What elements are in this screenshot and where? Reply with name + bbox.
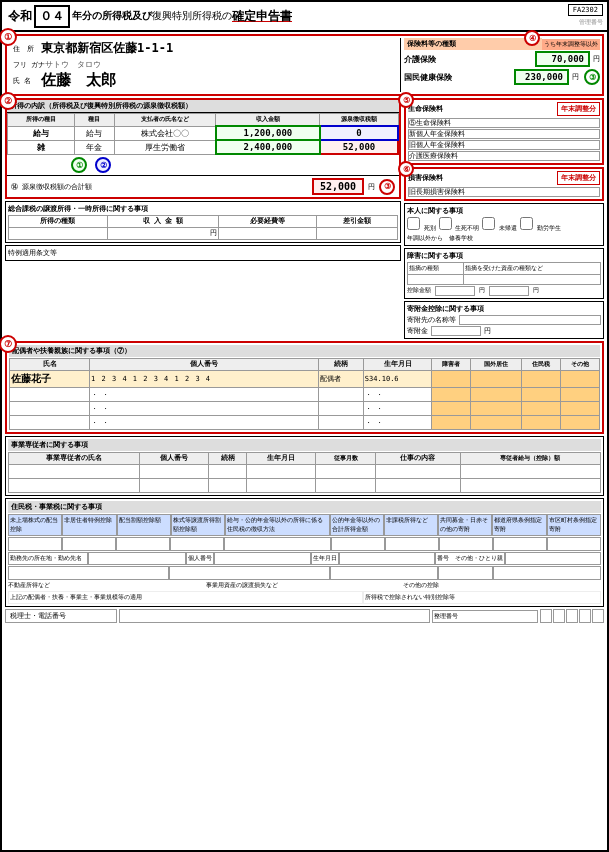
col-tax: 源泉徴収税額 bbox=[320, 114, 398, 127]
hc-data2 bbox=[463, 275, 600, 285]
dep-oth-1 bbox=[560, 371, 599, 388]
jumin-lbl-1: 不動産所得など bbox=[8, 581, 206, 590]
kaigo-amount: 70,000 bbox=[535, 51, 590, 67]
jumin-col5: 給与・公的年金等以外の所得に係る住民税の徴収方法 bbox=[225, 514, 330, 536]
emp-th-rel: 続柄 bbox=[209, 453, 247, 465]
insurance-subtitle: うち年末調整等以外 bbox=[542, 39, 600, 50]
kaigo-unit: 円 bbox=[593, 54, 600, 64]
kifu-unit: 円 bbox=[479, 286, 485, 296]
damage-ins-title: 損害保険料 bbox=[408, 173, 557, 183]
dep-rel-4 bbox=[319, 416, 364, 430]
jumin-row2-col3: 生年月日 bbox=[311, 552, 339, 565]
dep-dis-3 bbox=[432, 402, 471, 416]
top-section: ① 住 所 東京都新宿区佐藤1-1-1 フリ ガナ サトウ タロウ 氏 名 佐藤… bbox=[5, 34, 604, 96]
income-section: ② 所得の内訳（所得税及び復興特別所得税の源泉徴収税額） 所得の種目 種目 支払… bbox=[5, 98, 401, 199]
kifu-amount2 bbox=[489, 286, 529, 296]
emp-th-salary: 専従者給与（控除）額 bbox=[460, 453, 600, 465]
kifu-amount-input bbox=[431, 326, 481, 336]
dependents-title: 配偶者や扶養親族に関する事項（⑦） bbox=[9, 345, 600, 357]
resident-tax-title: 住民税・事業税に関する事項 bbox=[8, 501, 601, 513]
hc-col2: 指摘を受けた資産の種類など bbox=[463, 263, 600, 275]
hc-data1 bbox=[408, 275, 464, 285]
dep-bday-1: S34.10.6 bbox=[363, 371, 431, 388]
yearend-label-6: 年末調整分 bbox=[557, 171, 600, 185]
check-student[interactable] bbox=[520, 217, 533, 230]
dependents-section: ⑦ 配偶者や扶養親族に関する事項（⑦） 氏名 個人番号 続柄 生年月日 障害者 … bbox=[5, 341, 604, 434]
income-tax-1: 0 bbox=[320, 126, 398, 140]
jumin-row3-c bbox=[330, 566, 438, 580]
name-kana: サトウ タロウ bbox=[45, 59, 101, 70]
label-furigana: フリ ガナ bbox=[13, 60, 45, 70]
circle-1-green: ① bbox=[71, 157, 87, 173]
jumin-data-4 bbox=[170, 537, 224, 551]
header-title-end: 確定申告書 bbox=[232, 8, 292, 25]
dep-th-name: 氏名 bbox=[10, 359, 90, 371]
income-type-1: 給与 bbox=[8, 126, 75, 140]
emp-work-1 bbox=[376, 465, 461, 479]
emp-num-2 bbox=[140, 479, 209, 493]
jumin-data-8 bbox=[439, 537, 493, 551]
jumin-col4: 株式等譲渡所得割額控除額 bbox=[171, 514, 225, 536]
checkbox-student[interactable]: 勤労学生 bbox=[520, 217, 561, 233]
income-amount-1: 1,200,000 bbox=[216, 126, 320, 140]
dep-res-2 bbox=[521, 388, 560, 402]
check-divorce[interactable] bbox=[482, 217, 495, 230]
gi-col3: 必要経費等 bbox=[218, 216, 317, 228]
emp-bday-1 bbox=[247, 465, 316, 479]
dep-name-4 bbox=[10, 416, 90, 430]
check-dead[interactable] bbox=[407, 217, 420, 230]
dep-for-1 bbox=[471, 371, 521, 388]
seiri-box-3 bbox=[566, 609, 578, 623]
header-title-sub: 復興特別所得税の bbox=[152, 9, 232, 23]
emp-rel-1 bbox=[209, 465, 247, 479]
dep-res-1 bbox=[521, 371, 560, 388]
dep-th-num: 個人番号 bbox=[90, 359, 319, 371]
dep-th-other: その他 bbox=[560, 359, 599, 371]
jumin-data-10 bbox=[547, 537, 601, 551]
jumin-col8: 共同募金・日赤その他の寄附 bbox=[438, 514, 492, 536]
employees-title: 事業専従者に関する事項 bbox=[8, 439, 601, 451]
emp-th-bday: 生年月日 bbox=[247, 453, 316, 465]
life-ins-header: 生命保険料 年末調整分 bbox=[408, 102, 600, 116]
income-type-2: 雑 bbox=[8, 140, 75, 154]
income-row-2: 雑 年金 厚生労働省 2,400,000 52,000 bbox=[8, 140, 399, 154]
header-era: 令和 bbox=[8, 8, 32, 25]
dep-row-2: ・ ・ ・ ・ bbox=[10, 388, 600, 402]
header-title-main: 所得税及び bbox=[102, 9, 152, 23]
dep-for-4 bbox=[471, 416, 521, 430]
jumin-row3-d bbox=[438, 566, 493, 580]
gi-unit-1: 円 bbox=[107, 228, 218, 240]
dep-header-row: 氏名 個人番号 続柄 生年月日 障害者 国外居住 住民税 その他 bbox=[10, 359, 600, 371]
income-payer-1: 株式会社〇〇 bbox=[114, 126, 216, 140]
gi-col1: 所得の種類 bbox=[9, 216, 108, 228]
resident-tax-data-row bbox=[8, 537, 601, 551]
header: 令和 ０４ 年分の 所得税及び 復興特別所得税の 確定申告書 FA2302 管理… bbox=[2, 2, 607, 32]
jumin-data-6 bbox=[331, 537, 385, 551]
jumin-labels-row: 不動産所得など 事業用資産の譲渡損失など その他の控除 bbox=[8, 581, 601, 590]
income-section-title: 所得の内訳（所得税及び復興特別所得税の源泉徴収税額） bbox=[7, 100, 399, 113]
kifu-to-label: 寄附先の名称等 bbox=[407, 316, 456, 325]
dep-num-3: ・ ・ bbox=[90, 402, 319, 416]
kifu-amount-row: 寄附金 円 bbox=[407, 326, 601, 336]
checkbox-alive[interactable]: 生死不明 bbox=[439, 217, 480, 233]
circle-3-green: ③ bbox=[584, 69, 600, 85]
handicap-table: 指摘の種類 指摘を受けた資産の種類など bbox=[407, 262, 601, 285]
emp-row-1 bbox=[9, 465, 601, 479]
emp-th-months: 従事月数 bbox=[316, 453, 376, 465]
resident-tax-row2: 勤務先の所在地・勤め先名 個人番号 生年月日 番号 その他・ひとり親 bbox=[8, 552, 601, 565]
jumin-col6: 公的年金等以外の合計所得金額 bbox=[330, 514, 384, 536]
total-unit: 円 bbox=[368, 182, 375, 192]
check-alive[interactable] bbox=[439, 217, 452, 230]
kokumin-unit: 円 bbox=[572, 72, 579, 82]
kaigo-row: 介護保険 70,000 円 bbox=[404, 51, 600, 67]
jumin-lbl-3: その他の控除 bbox=[403, 581, 601, 590]
jumin-data-2 bbox=[62, 537, 116, 551]
jumin-col10: 市区町村条例指定寄附 bbox=[547, 514, 601, 536]
dep-for-3 bbox=[471, 402, 521, 416]
checkbox-divorce[interactable]: 未帰還 bbox=[482, 217, 517, 233]
dep-num-4: ・ ・ bbox=[90, 416, 319, 430]
checkbox-dead[interactable]: 死別 bbox=[407, 217, 436, 233]
kifu-amount-label: 寄附金 bbox=[407, 327, 428, 336]
life-insurance-section: ⑤ 生命保険料 年末調整分 ⑤生命保険料 新個人年金保険料 旧個人年金保険料 介… bbox=[404, 98, 604, 165]
address-row: 住 所 東京都新宿区佐藤1-1-1 bbox=[13, 40, 393, 57]
